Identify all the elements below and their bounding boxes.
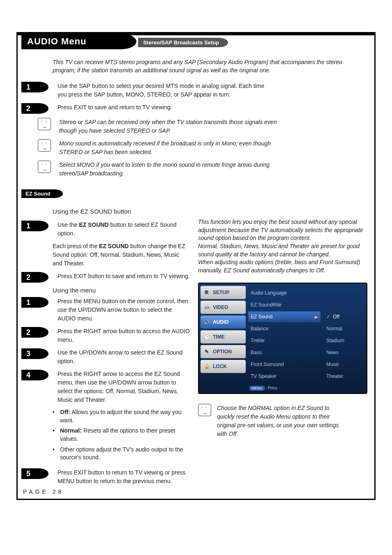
step-text: Use the SAP button to select your desire… — [58, 82, 271, 99]
ez-menu-step-3: 3 Use the UP/DOWN arrow to select the EZ… — [21, 348, 190, 366]
step-text: Each press of the EZ SOUND button change… — [53, 242, 190, 268]
tab-icon: 🔒 — [203, 363, 210, 370]
note-text: Mono sound is automatically received if … — [59, 139, 289, 157]
s1-note-2: Mono sound is automatically received if … — [21, 139, 371, 157]
step-number: 1 — [21, 221, 48, 231]
ez-options-list: Off: Allows you to adjust the sound the … — [53, 408, 190, 462]
section-stereo-sap-heading: Stereo/SAP Broadcasts Setup — [138, 38, 228, 47]
ez-menu-step-2: 2 Press the RIGHT arrow button to access… — [21, 327, 190, 344]
s1-note-3: Select MONO if you want to listen to the… — [21, 161, 371, 178]
step-number: 2 — [21, 327, 48, 338]
ez-btn-extra: Each press of the EZ SOUND button change… — [21, 242, 190, 268]
list-item: Other options adjust the TV's audio outp… — [53, 446, 187, 462]
tv-tab-option: ✎OPTION — [201, 345, 246, 358]
tab-icon: 🕑 — [203, 333, 210, 341]
step-number: 4 — [21, 370, 48, 380]
tab-label: OPTION — [213, 349, 232, 355]
tab-label: LOCK — [213, 364, 227, 369]
note-icon — [38, 139, 51, 152]
step-text: Press EXIT button to save and return to … — [58, 272, 190, 281]
tv-prev-hint: MENU Prev. — [248, 385, 321, 391]
ez-sound-description: This function lets you enjoy the best so… — [198, 218, 371, 274]
tv-menu-item: Audio Language — [248, 288, 321, 298]
tab-label: VIDEO — [213, 304, 228, 310]
tab-icon: 🛠 — [203, 289, 210, 296]
tv-tab-video: ▭VIDEO — [201, 301, 246, 314]
step-text: Press the MENU button on the remote cont… — [58, 297, 190, 323]
ez-sound-right-note: Choose the NORMAL option in EZ Sound to … — [198, 404, 371, 438]
tv-menu-item: Bass — [248, 347, 321, 358]
step-text: Press EXIT button to return to TV viewin… — [58, 468, 190, 486]
tab-icon: 🔊 — [203, 318, 210, 326]
tv-tab-lock: 🔒LOCK — [201, 360, 246, 373]
step-number: 3 — [21, 348, 48, 359]
tab-label: TIME — [213, 334, 225, 340]
tv-menu-item: TV Speaker — [248, 371, 321, 382]
tv-submenu-item: Music — [324, 359, 365, 370]
tv-submenu-item: News — [324, 347, 365, 358]
note-text: Choose the NORMAL option in EZ Sound to … — [217, 404, 348, 438]
note-icon — [198, 404, 211, 416]
step-text: Press the RIGHT arrow to access the EZ S… — [58, 370, 190, 404]
section-stereo-sap-intro: This TV can receive MTS stereo programs … — [53, 58, 348, 74]
s1-step-1: 1 Use the SAP button to select your desi… — [21, 82, 371, 99]
step-number: 5 — [21, 468, 48, 479]
s1-note-1: Stereo or SAP can be received only when … — [21, 118, 371, 135]
tv-menu-item: EZ SoundRite — [248, 299, 321, 310]
list-item: Off: Allows you to adjust the sound the … — [53, 408, 187, 424]
tab-icon: ✎ — [203, 348, 210, 355]
page-title: AUDIO Menu — [21, 34, 136, 49]
section-ez-sound-heading: EZ Sound — [21, 189, 63, 198]
page-number: PAGE 28 — [23, 488, 64, 495]
step-text: Press the RIGHT arrow button to access t… — [58, 327, 190, 344]
tab-icon: ▭ — [203, 304, 210, 311]
tv-menu-item: Treble — [248, 335, 321, 346]
ez-menu-step-4: 4 Press the RIGHT arrow to access the EZ… — [21, 370, 190, 404]
tv-tab-audio: 🔊AUDIO — [201, 315, 246, 329]
tv-tab-time: 🕑TIME — [201, 330, 246, 343]
note-text: Select MONO if you want to listen to the… — [59, 161, 289, 178]
tv-osd-menu: 🛠SETUP▭VIDEO🔊AUDIO🕑TIME✎OPTION🔒LOCK Audi… — [198, 283, 367, 394]
tv-tab-setup: 🛠SETUP — [201, 286, 246, 299]
arrow-right-icon: ▶ — [315, 315, 318, 319]
tv-menu-item: Balance — [248, 323, 321, 334]
tv-submenu-item: Stadium — [324, 335, 365, 346]
note-text: Stereo or SAP can be received only when … — [59, 118, 289, 135]
tv-menu-item: EZ Sound▶ — [248, 311, 321, 322]
list-item: Normal: Resets all the options to their … — [53, 427, 187, 443]
sub-heading-menu: Using the menu — [53, 287, 190, 294]
ez-btn-step-2: 2 Press EXIT button to save and return t… — [21, 272, 190, 283]
tab-label: AUDIO — [213, 319, 229, 325]
tv-submenu-item: Off — [324, 311, 365, 322]
step-number: 2 — [21, 103, 48, 114]
step-number: 2 — [21, 272, 48, 283]
ez-menu-step-5: 5 Press EXIT button to return to TV view… — [21, 468, 190, 486]
tv-menu-item: Front Surround — [248, 359, 321, 370]
ez-menu-step-1: 1 Press the MENU button on the remote co… — [21, 297, 190, 323]
ez-btn-step-1: 1 Use the EZ SOUND button to select EZ S… — [21, 221, 190, 238]
step-number: 1 — [21, 82, 48, 92]
step-text: Press EXIT to save and return to TV view… — [58, 103, 172, 112]
step-text: Use the UP/DOWN arrow to select the EZ S… — [58, 348, 190, 366]
menu-badge-icon: MENU — [249, 386, 265, 391]
tab-label: SETUP — [213, 290, 229, 295]
sub-heading-button: Using the EZ SOUND button — [53, 208, 371, 215]
step-text: Use the EZ SOUND button to select EZ Sou… — [58, 221, 190, 238]
s1-step-2: 2 Press EXIT to save and return to TV vi… — [21, 103, 371, 114]
tv-submenu-item: Theater — [324, 371, 365, 382]
step-number: 1 — [21, 297, 48, 308]
note-icon — [38, 118, 51, 130]
note-icon — [38, 161, 51, 173]
tv-submenu-item: Normal — [324, 323, 365, 334]
